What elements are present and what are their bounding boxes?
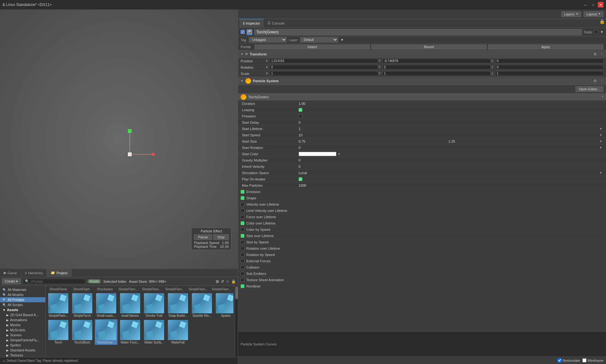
particle-system-header[interactable]: ▼ Particle System ⚙ ⋮ xyxy=(238,77,606,85)
start-delay-value[interactable]: 0 xyxy=(299,121,602,124)
asset-scrollbar[interactable] xyxy=(235,286,238,357)
inherit-velocity-value[interactable]: 0 xyxy=(299,165,602,168)
folder-scenes[interactable]: ▶ Scenes xyxy=(0,333,45,338)
folder-simpleparticle[interactable]: ▶ SimpleParticlePa... xyxy=(0,338,45,343)
wireframe-checkbox[interactable] xyxy=(582,358,586,362)
sub-emitters-row[interactable]: Sub Emitters xyxy=(238,270,606,277)
list-item[interactable]: small flames xyxy=(119,293,141,318)
rotation-lifetime-check[interactable] xyxy=(241,247,244,250)
rotation-x-input[interactable]: 0 xyxy=(270,65,378,70)
color-speed-row[interactable]: Color by Speed xyxy=(238,226,606,233)
enabled-checkbox[interactable]: ✓ xyxy=(241,30,245,34)
rotation-speed-row[interactable]: Rotation by Speed xyxy=(238,252,606,258)
collision-row[interactable]: Collision xyxy=(238,264,606,270)
transform-gear-icon[interactable]: ⚙ xyxy=(593,52,597,56)
open-editor-button[interactable]: Open Editor... xyxy=(575,86,603,92)
tab-inspector[interactable]: ℹ Inspector xyxy=(239,19,264,27)
collapse-icon[interactable]: ⊞ xyxy=(216,279,219,284)
color-lifetime-row[interactable]: Color over Lifetime xyxy=(238,220,606,226)
tab-console[interactable]: ☰ Console xyxy=(264,19,288,27)
force-lifetime-check[interactable] xyxy=(241,215,244,219)
maximize-button[interactable]: □ xyxy=(590,2,596,8)
object-name-input[interactable] xyxy=(254,29,582,35)
transform-extra-icon[interactable]: ⋮ xyxy=(600,52,603,56)
select-button[interactable]: Select xyxy=(254,44,370,49)
duration-value[interactable]: 1.00 xyxy=(299,102,602,105)
rotation-z-input[interactable]: 0 xyxy=(495,65,603,70)
particle-extra-icon[interactable]: ⋮ xyxy=(600,79,603,83)
renderer-check[interactable] xyxy=(241,284,244,288)
folder-myscripts[interactable]: ▶ MyScripts xyxy=(0,327,45,333)
start-lifetime-arrow[interactable]: ▼ xyxy=(599,127,602,130)
minimize-button[interactable]: — xyxy=(583,2,588,8)
position-x-input[interactable]: 1.014155 xyxy=(270,59,378,63)
layout-dropdown[interactable]: Layout xyxy=(584,11,603,17)
scale-y-input[interactable]: 1 xyxy=(382,71,491,76)
panel-lock-icon[interactable]: 🔒 xyxy=(599,19,605,27)
scale-z-input[interactable]: 1 xyxy=(495,71,603,76)
rotation-lifetime-row[interactable]: Rotation over Lifetime xyxy=(238,245,606,252)
velocity-lifetime-check[interactable] xyxy=(241,202,244,206)
start-rotation-arrow[interactable]: ▼ xyxy=(599,146,602,149)
size-lifetime-check[interactable] xyxy=(241,234,244,238)
position-z-input[interactable]: 0 xyxy=(495,59,603,63)
emission-row[interactable]: Emission xyxy=(238,189,606,195)
lock-icon[interactable]: 🔒 xyxy=(231,279,236,284)
layer-dropdown[interactable]: Default xyxy=(300,37,338,43)
looping-checkbox[interactable]: ✓ xyxy=(299,108,302,112)
folder-sprites[interactable]: ▶ Sprites xyxy=(0,343,45,348)
static-checkbox[interactable] xyxy=(594,30,598,34)
list-item[interactable]: WaterFall xyxy=(167,319,189,345)
apply-button[interactable]: Apply xyxy=(488,44,603,49)
particle-system-gear-icon[interactable]: ⚙ xyxy=(593,79,597,83)
start-size-arrow[interactable]: ▼ xyxy=(599,140,602,143)
external-forces-check[interactable] xyxy=(241,259,244,263)
color-speed-check[interactable] xyxy=(241,228,244,231)
rotation-y-input[interactable]: 0 xyxy=(382,65,491,70)
folder-2dgrid[interactable]: ▶ 2D Grid Based A... xyxy=(0,312,45,317)
start-size-value1[interactable]: 0.75 xyxy=(299,139,449,143)
start-color-arrow[interactable]: ▼ xyxy=(338,152,340,156)
star-icon[interactable]: ☆ xyxy=(226,279,229,284)
size-lifetime-row[interactable]: Size over Lifetime xyxy=(238,233,606,239)
search-input[interactable] xyxy=(31,280,83,283)
folder-all-materials[interactable]: 🔍 All Materials xyxy=(0,287,45,292)
limit-velocity-check[interactable] xyxy=(241,209,244,213)
start-color-swatch[interactable] xyxy=(299,152,336,156)
folder-animations[interactable]: ▶ Animations xyxy=(0,317,45,322)
list-item[interactable]: SimpleTorch xyxy=(71,293,94,318)
start-speed-arrow[interactable]: ▼ xyxy=(599,134,602,137)
play-on-awake-checkbox[interactable]: ✓ xyxy=(299,177,302,181)
texture-sheet-row[interactable]: Texture Sheet Animation xyxy=(238,277,606,283)
start-speed-value[interactable]: 10 xyxy=(299,133,598,137)
resimulate-checkbox[interactable] xyxy=(557,358,562,362)
force-lifetime-row[interactable]: Force over Lifetime xyxy=(238,214,606,220)
list-item[interactable]: Smoke Trail xyxy=(143,293,165,318)
folder-textures[interactable]: ▶ Textures xyxy=(0,353,45,357)
tag-dropdown[interactable]: Untagged xyxy=(249,37,287,43)
refresh-icon[interactable]: ↺ xyxy=(221,279,224,284)
tab-project[interactable]: 📁 Project xyxy=(47,269,71,277)
folder-assets[interactable]: ▼ Assets xyxy=(0,307,45,312)
gravity-value[interactable]: 0 xyxy=(299,158,602,162)
tab-game[interactable]: ▶ Game xyxy=(0,269,21,277)
start-size-value2[interactable]: 1.25 xyxy=(449,139,598,143)
list-item[interactable]: Torch xyxy=(47,319,70,345)
filter-assets[interactable]: Assets xyxy=(88,279,101,283)
sub-emitters-check[interactable] xyxy=(241,272,244,276)
list-item[interactable]: SimpleFlam... xyxy=(47,293,70,318)
emission-check[interactable] xyxy=(241,190,244,194)
layers-dropdown[interactable]: Layers xyxy=(561,11,581,17)
renderer-row[interactable]: Renderer xyxy=(238,283,606,289)
max-particles-value[interactable]: 1000 xyxy=(299,184,602,187)
list-item[interactable]: Torch(Blue) xyxy=(71,319,94,345)
size-speed-check[interactable] xyxy=(241,240,244,244)
dropdown-arrow[interactable]: ▼ xyxy=(600,30,603,34)
scrollbar-thumb[interactable] xyxy=(235,287,238,299)
list-item[interactable]: Torch(Gree... xyxy=(95,319,117,345)
shape-check[interactable] xyxy=(241,196,244,200)
particle-subsection-header[interactable]: Torch(Green) + xyxy=(238,94,606,100)
limit-velocity-row[interactable]: Limit Velocity over Lifetime xyxy=(238,208,606,214)
simulation-space-arrow[interactable]: ▼ xyxy=(599,171,602,174)
stop-button[interactable]: Stop xyxy=(213,234,229,240)
